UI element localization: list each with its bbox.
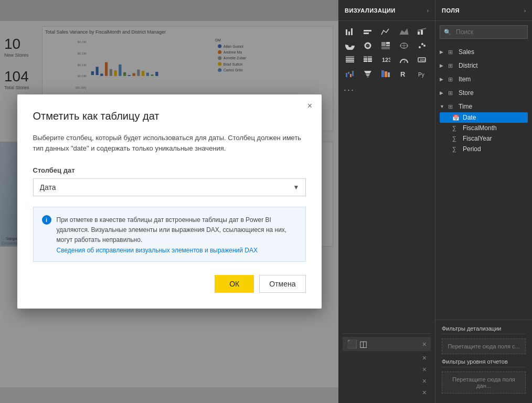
field-group-header-district[interactable]: ▶ ⊞ District [440,60,528,71]
svg-rect-59 [421,30,423,35]
field-group-header-time[interactable]: ▼ ⊞ Time [440,101,528,112]
svg-rect-81 [364,60,367,62]
field-item-fiscalyear[interactable]: ∑ FiscalYear [440,133,528,144]
select-wrapper: Дата ▼ [33,178,306,196]
viz-icon-donut[interactable] [360,39,375,52]
field-item-period[interactable]: ∑ Period [440,144,528,154]
viz-icon-treemap[interactable] [378,39,393,52]
viz-icon-r[interactable]: R [397,68,411,80]
field-group-item: ▶ ⊞ Item [435,72,532,86]
viz-icon-table[interactable] [343,54,357,66]
field-group-sales: ▶ ⊞ Sales [435,45,532,59]
modal-dialog: × Отметить как таблицу дат Выберите стол… [17,94,322,309]
viz-icon-line[interactable] [378,25,393,38]
viz-icon-waterfall[interactable] [343,68,357,80]
viz-icon-combo[interactable] [414,25,429,38]
svg-point-70 [419,46,421,48]
channel-x-4[interactable]: × [422,377,427,385]
svg-rect-96 [388,72,390,77]
svg-text:Abc: Abc [420,58,427,62]
filter-report-title: Фильтры уровня отчетов [442,358,526,367]
channel-icons: ⬛ ◫ [347,339,367,349]
cancel-button[interactable]: Отмена [259,275,305,293]
viz-icon-funnel[interactable] [360,68,375,80]
store-table-icon: ⊞ [448,90,455,97]
filter-detail-drop[interactable]: Перетащите сюда поля с... [442,338,526,354]
svg-rect-78 [368,56,372,58]
date-column-select[interactable]: Дата [33,178,306,196]
more-dots-icon[interactable]: ··· [344,84,355,96]
viz-icon-kpi[interactable]: 123 [378,54,393,66]
svg-rect-73 [346,56,354,58]
sales-chevron-icon: ▶ [440,49,445,55]
svg-rect-79 [364,58,367,60]
viz-channel-row-5: × [343,387,431,398]
viz-icon-gauge[interactable] [397,54,411,66]
fields-chevron-icon[interactable]: › [524,8,526,14]
viz-icon-pie[interactable] [343,39,357,52]
svg-marker-92 [366,74,370,76]
field-item-date[interactable]: 📅 Date [440,112,528,123]
store-chevron-icon: ▶ [440,90,445,96]
field-item-fiscalmonth[interactable]: ∑ FiscalMonth [440,123,528,133]
date-field-name: Date [463,114,524,121]
search-icon: 🔍 [444,29,451,36]
viz-icon-area[interactable] [397,25,411,38]
panel-headers: ВИЗУАЛИЗАЦИИ › ПОЛЯ › [338,0,532,21]
info-content: При отметке в качестве таблицы дат встро… [57,215,297,254]
filter-detail-title: Фильтры детализации [442,325,526,334]
modal-overlay: × Отметить как таблицу дат Выберите стол… [0,0,338,403]
viz-icon-matrix[interactable] [360,54,375,66]
field-list: ▶ ⊞ Sales ▶ ⊞ District ▶ [435,43,532,320]
viz-title: ВИЗУАЛИЗАЦИИ [345,7,396,14]
time-chevron-icon: ▼ [440,104,445,109]
item-table-icon: ⊞ [448,76,455,83]
svg-rect-76 [346,61,354,62]
svg-rect-53 [346,29,347,35]
svg-text:R: R [400,70,406,78]
info-link[interactable]: Сведения об исправлении визуальных элеме… [57,247,297,254]
field-group-header-item[interactable]: ▶ ⊞ Item [440,73,528,85]
channel-x-2[interactable]: × [422,354,427,362]
svg-text:Py: Py [418,72,424,78]
period-field-name: Period [463,145,524,153]
modal-close-button[interactable]: × [305,101,315,111]
svg-point-72 [423,45,425,47]
search-box: 🔍 [440,25,528,39]
svg-point-71 [421,43,423,45]
viz-more-row: ··· [343,82,431,98]
viz-icon-scatter[interactable] [414,39,429,52]
viz-icon-ribbon[interactable] [378,68,393,80]
field-group-time: ▼ ⊞ Time 📅 Date ∑ FiscalMonth [435,100,532,155]
svg-rect-64 [386,42,390,44]
modal-buttons: ОК Отмена [33,275,306,293]
ok-button[interactable]: ОК [215,275,254,293]
channel-x-5[interactable]: × [422,388,427,397]
svg-rect-66 [381,47,390,49]
info-box: i При отметке в качестве таблицы дат вст… [33,207,306,262]
panel-content: 123 Abc R Py ··· ⬛ ◫ [338,21,532,403]
channel-x-1[interactable]: × [422,340,427,348]
svg-rect-90 [352,71,354,76]
info-text: При отметке в качестве таблицы дат встро… [57,216,287,243]
viz-icon-bar[interactable] [343,25,357,38]
search-input[interactable] [440,25,528,39]
viz-chevron-icon[interactable]: › [427,8,429,14]
field-group-header-store[interactable]: ▶ ⊞ Store [440,87,528,99]
viz-channel-row-4: × [343,376,431,386]
svg-rect-95 [385,71,387,77]
viz-icon-column[interactable] [360,25,375,38]
viz-icon-card[interactable]: Abc [414,54,429,66]
viz-icon-map[interactable] [397,39,411,52]
svg-rect-75 [346,60,354,61]
channel-x-3[interactable]: × [422,365,427,374]
svg-rect-65 [386,45,390,46]
viz-section-header: ВИЗУАЛИЗАЦИИ › [338,0,435,21]
field-group-district: ▶ ⊞ District [435,59,532,72]
filter-report-drop[interactable]: Перетащите сюда поля дан... [442,372,526,394]
viz-icon-python[interactable]: Py [414,68,429,80]
item-chevron-icon: ▶ [440,77,445,82]
store-group-name: Store [459,89,528,97]
field-group-header-sales[interactable]: ▶ ⊞ Sales [440,46,528,58]
fiscalmonth-field-name: FiscalMonth [463,124,524,132]
